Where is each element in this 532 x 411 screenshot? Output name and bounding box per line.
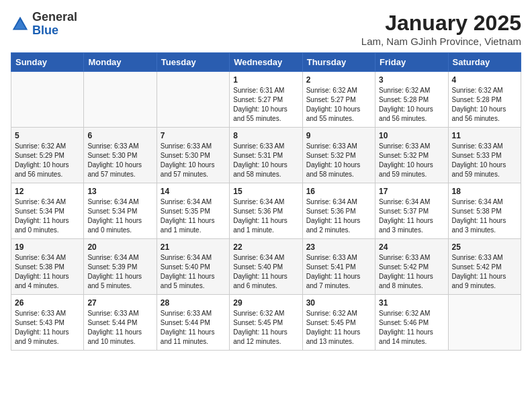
- weekday-header-saturday: Saturday: [448, 53, 521, 72]
- day-info: Sunrise: 6:33 AMSunset: 5:32 PMDaylight:…: [306, 142, 371, 179]
- day-info: Sunrise: 6:32 AMSunset: 5:29 PMDaylight:…: [15, 142, 80, 179]
- day-number: 12: [15, 187, 80, 196]
- day-number: 1: [233, 75, 298, 85]
- calendar-cell: 20Sunrise: 6:34 AMSunset: 5:39 PMDayligh…: [84, 239, 157, 295]
- day-info: Sunrise: 6:34 AMSunset: 5:34 PMDaylight:…: [15, 197, 80, 235]
- calendar-cell: 15Sunrise: 6:34 AMSunset: 5:36 PMDayligh…: [230, 183, 302, 239]
- day-number: 7: [161, 131, 226, 140]
- day-number: 10: [379, 131, 444, 140]
- calendar-cell: [157, 72, 229, 128]
- logo-text: General Blue: [32, 11, 77, 38]
- calendar-cell: 29Sunrise: 6:32 AMSunset: 5:45 PMDayligh…: [230, 295, 302, 351]
- calendar-cell: 23Sunrise: 6:33 AMSunset: 5:41 PMDayligh…: [302, 239, 375, 295]
- day-number: 4: [452, 75, 517, 85]
- calendar-cell: 1Sunrise: 6:31 AMSunset: 5:27 PMDaylight…: [230, 72, 302, 128]
- day-info: Sunrise: 6:33 AMSunset: 5:33 PMDaylight:…: [452, 142, 517, 179]
- calendar-week-1: 1Sunrise: 6:31 AMSunset: 5:27 PMDaylight…: [11, 72, 521, 128]
- day-info: Sunrise: 6:33 AMSunset: 5:30 PMDaylight:…: [87, 142, 152, 179]
- day-info: Sunrise: 6:34 AMSunset: 5:35 PMDaylight:…: [161, 197, 226, 235]
- day-number: 22: [233, 242, 298, 252]
- calendar-cell: 18Sunrise: 6:34 AMSunset: 5:38 PMDayligh…: [448, 183, 521, 239]
- calendar-week-3: 12Sunrise: 6:34 AMSunset: 5:34 PMDayligh…: [11, 183, 521, 239]
- day-info: Sunrise: 6:34 AMSunset: 5:39 PMDaylight:…: [87, 253, 152, 291]
- day-number: 9: [306, 131, 371, 140]
- day-info: Sunrise: 6:32 AMSunset: 5:45 PMDaylight:…: [306, 309, 371, 347]
- calendar-cell: 30Sunrise: 6:32 AMSunset: 5:45 PMDayligh…: [302, 295, 375, 351]
- calendar-cell: 24Sunrise: 6:33 AMSunset: 5:42 PMDayligh…: [375, 239, 448, 295]
- calendar-cell: 27Sunrise: 6:33 AMSunset: 5:44 PMDayligh…: [84, 295, 157, 351]
- day-info: Sunrise: 6:33 AMSunset: 5:44 PMDaylight:…: [87, 309, 152, 347]
- calendar-cell: 21Sunrise: 6:34 AMSunset: 5:40 PMDayligh…: [157, 239, 229, 295]
- day-info: Sunrise: 6:33 AMSunset: 5:44 PMDaylight:…: [161, 309, 226, 347]
- calendar-cell: 6Sunrise: 6:33 AMSunset: 5:30 PMDaylight…: [84, 128, 157, 183]
- day-number: 28: [161, 298, 226, 308]
- day-number: 31: [379, 298, 444, 308]
- calendar-cell: 13Sunrise: 6:34 AMSunset: 5:34 PMDayligh…: [84, 183, 157, 239]
- day-number: 11: [452, 131, 517, 140]
- day-info: Sunrise: 6:33 AMSunset: 5:41 PMDaylight:…: [306, 253, 371, 291]
- day-info: Sunrise: 6:33 AMSunset: 5:43 PMDaylight:…: [15, 309, 80, 347]
- logo-icon: [11, 15, 30, 34]
- title-block: January 2025 Lam, Nam GJinh Province, Vi…: [361, 11, 521, 47]
- day-number: 21: [161, 242, 226, 252]
- day-number: 17: [379, 187, 444, 196]
- day-number: 26: [15, 298, 80, 308]
- calendar-cell: 7Sunrise: 6:33 AMSunset: 5:30 PMDaylight…: [157, 128, 229, 183]
- day-number: 15: [233, 187, 298, 196]
- weekday-header-tuesday: Tuesday: [157, 53, 229, 72]
- calendar-cell: 25Sunrise: 6:33 AMSunset: 5:42 PMDayligh…: [448, 239, 521, 295]
- logo: General Blue: [11, 11, 77, 38]
- calendar-cell: 28Sunrise: 6:33 AMSunset: 5:44 PMDayligh…: [157, 295, 229, 351]
- calendar-cell: 12Sunrise: 6:34 AMSunset: 5:34 PMDayligh…: [11, 183, 84, 239]
- calendar-cell: 10Sunrise: 6:33 AMSunset: 5:32 PMDayligh…: [375, 128, 448, 183]
- day-info: Sunrise: 6:34 AMSunset: 5:34 PMDaylight:…: [87, 197, 152, 235]
- day-info: Sunrise: 6:32 AMSunset: 5:27 PMDaylight:…: [306, 86, 371, 124]
- day-info: Sunrise: 6:34 AMSunset: 5:36 PMDaylight:…: [233, 197, 298, 235]
- calendar-cell: 4Sunrise: 6:32 AMSunset: 5:28 PMDaylight…: [448, 72, 521, 128]
- calendar-cell: 8Sunrise: 6:33 AMSunset: 5:31 PMDaylight…: [230, 128, 302, 183]
- day-number: 2: [306, 75, 371, 85]
- day-number: 18: [452, 187, 517, 196]
- month-title: January 2025: [361, 11, 521, 36]
- location-title: Lam, Nam GJinh Province, Vietnam: [361, 36, 521, 47]
- day-info: Sunrise: 6:33 AMSunset: 5:42 PMDaylight:…: [379, 253, 444, 291]
- weekday-header-sunday: Sunday: [11, 53, 84, 72]
- day-info: Sunrise: 6:31 AMSunset: 5:27 PMDaylight:…: [233, 86, 298, 124]
- calendar-cell: 9Sunrise: 6:33 AMSunset: 5:32 PMDaylight…: [302, 128, 375, 183]
- day-number: 23: [306, 242, 371, 252]
- calendar-week-2: 5Sunrise: 6:32 AMSunset: 5:29 PMDaylight…: [11, 128, 521, 183]
- day-number: 25: [452, 242, 517, 252]
- day-info: Sunrise: 6:33 AMSunset: 5:42 PMDaylight:…: [452, 253, 517, 291]
- weekday-header-monday: Monday: [84, 53, 157, 72]
- day-number: 16: [306, 187, 371, 196]
- calendar-cell: 31Sunrise: 6:32 AMSunset: 5:46 PMDayligh…: [375, 295, 448, 351]
- calendar-cell: 5Sunrise: 6:32 AMSunset: 5:29 PMDaylight…: [11, 128, 84, 183]
- day-number: 5: [15, 131, 80, 140]
- day-info: Sunrise: 6:34 AMSunset: 5:40 PMDaylight:…: [233, 253, 298, 291]
- weekday-header-friday: Friday: [375, 53, 448, 72]
- day-info: Sunrise: 6:34 AMSunset: 5:37 PMDaylight:…: [379, 197, 444, 235]
- day-info: Sunrise: 6:34 AMSunset: 5:36 PMDaylight:…: [306, 197, 371, 235]
- calendar-table: SundayMondayTuesdayWednesdayThursdayFrid…: [11, 52, 521, 351]
- calendar-cell: 14Sunrise: 6:34 AMSunset: 5:35 PMDayligh…: [157, 183, 229, 239]
- day-number: 6: [87, 131, 152, 140]
- day-number: 3: [379, 75, 444, 85]
- day-number: 24: [379, 242, 444, 252]
- day-info: Sunrise: 6:32 AMSunset: 5:28 PMDaylight:…: [379, 86, 444, 124]
- day-info: Sunrise: 6:34 AMSunset: 5:40 PMDaylight:…: [161, 253, 226, 291]
- day-info: Sunrise: 6:34 AMSunset: 5:38 PMDaylight:…: [452, 197, 517, 235]
- day-number: 27: [87, 298, 152, 308]
- calendar-cell: 16Sunrise: 6:34 AMSunset: 5:36 PMDayligh…: [302, 183, 375, 239]
- calendar-cell: [84, 72, 157, 128]
- calendar-cell: [11, 72, 84, 128]
- day-number: 30: [306, 298, 371, 308]
- calendar-cell: 26Sunrise: 6:33 AMSunset: 5:43 PMDayligh…: [11, 295, 84, 351]
- calendar-cell: [448, 295, 521, 351]
- weekday-header-wednesday: Wednesday: [230, 53, 302, 72]
- day-info: Sunrise: 6:33 AMSunset: 5:30 PMDaylight:…: [161, 142, 226, 179]
- calendar-week-4: 19Sunrise: 6:34 AMSunset: 5:38 PMDayligh…: [11, 239, 521, 295]
- day-info: Sunrise: 6:34 AMSunset: 5:38 PMDaylight:…: [15, 253, 80, 291]
- calendar-cell: 11Sunrise: 6:33 AMSunset: 5:33 PMDayligh…: [448, 128, 521, 183]
- weekday-header-thursday: Thursday: [302, 53, 375, 72]
- page-header: General Blue January 2025 Lam, Nam GJinh…: [11, 11, 521, 47]
